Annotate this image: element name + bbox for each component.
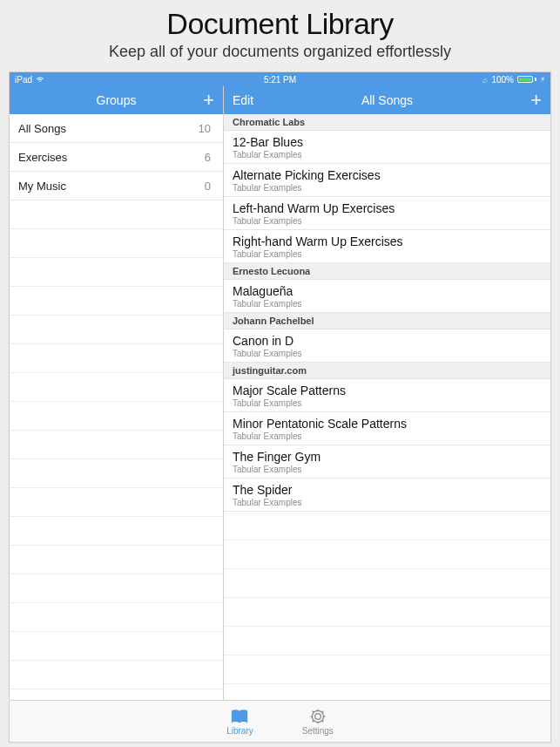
tab-bar: Library Settings xyxy=(10,700,550,742)
empty-row xyxy=(224,655,550,684)
empty-row xyxy=(224,627,550,655)
empty-row xyxy=(224,512,550,540)
charging-icon: ⚡︎ xyxy=(540,75,545,84)
edit-button[interactable]: Edit xyxy=(233,86,253,114)
page-subtitle: Keep all of your documents organized eff… xyxy=(0,43,560,61)
song-title: The Spider xyxy=(233,483,542,497)
group-row[interactable]: My Music0 xyxy=(10,172,223,200)
song-title: Right-hand Warm Up Exercises xyxy=(233,234,542,248)
song-subtitle: Tabular Examples xyxy=(233,299,542,309)
empty-row xyxy=(224,540,550,569)
carrier-label: iPad xyxy=(15,75,32,85)
book-icon xyxy=(230,708,249,725)
empty-row xyxy=(10,373,223,402)
sidebar-title: Groups xyxy=(97,93,137,107)
sidebar-navbar: Groups + xyxy=(10,86,223,114)
empty-row xyxy=(10,229,223,258)
song-title: Left-hand Warm Up Exercises xyxy=(233,201,542,215)
song-subtitle: Tabular Examples xyxy=(233,349,542,358)
empty-row xyxy=(10,574,223,603)
tab-library[interactable]: Library xyxy=(226,708,253,736)
song-row[interactable]: Major Scale PatternsTabular Examples xyxy=(224,379,550,412)
group-list: All Songs10Exercises6My Music0 xyxy=(10,114,223,700)
tab-settings-label: Settings xyxy=(302,726,334,736)
sidebar: Groups + All Songs10Exercises6My Music0 xyxy=(10,86,224,700)
empty-row xyxy=(10,402,223,431)
gear-icon xyxy=(308,708,327,725)
song-row[interactable]: Minor Pentatonic Scale PatternsTabular E… xyxy=(224,412,550,445)
tab-settings[interactable]: Settings xyxy=(302,708,334,736)
song-subtitle: Tabular Examples xyxy=(233,183,542,193)
song-row[interactable]: Alternate Picking ExercisesTabular Examp… xyxy=(224,164,550,197)
section-header: justinguitar.com xyxy=(224,363,550,379)
clock-label: 5:21 PM xyxy=(264,75,296,85)
empty-row xyxy=(10,344,223,373)
song-subtitle: Tabular Examples xyxy=(233,465,542,474)
group-count: 10 xyxy=(199,122,211,135)
empty-row xyxy=(10,632,223,661)
song-row[interactable]: The SpiderTabular Examples xyxy=(224,479,550,512)
song-row[interactable]: 12-Bar BluesTabular Examples xyxy=(224,131,550,164)
song-subtitle: Tabular Examples xyxy=(233,249,542,259)
empty-row xyxy=(10,661,223,689)
group-count: 0 xyxy=(205,180,211,193)
song-title: Canon in D xyxy=(233,334,542,348)
song-row[interactable]: MalagueñaTabular Examples xyxy=(224,280,550,313)
main-title: All Songs xyxy=(361,93,413,107)
device-frame: iPad 5:21 PM ⌕ 100% ⚡︎ Groups + All Song… xyxy=(9,71,551,743)
empty-row xyxy=(10,316,223,344)
empty-row xyxy=(10,603,223,632)
group-label: All Songs xyxy=(18,122,66,135)
song-row[interactable]: Canon in DTabular Examples xyxy=(224,329,550,363)
add-song-button[interactable]: + xyxy=(530,86,542,114)
empty-row xyxy=(10,258,223,287)
status-bar: iPad 5:21 PM ⌕ 100% ⚡︎ xyxy=(10,72,550,86)
empty-row xyxy=(10,517,223,546)
empty-row xyxy=(224,598,550,627)
empty-row xyxy=(224,684,550,700)
svg-point-0 xyxy=(314,713,320,719)
add-group-button[interactable]: + xyxy=(203,86,214,114)
song-title: Minor Pentatonic Scale Patterns xyxy=(233,417,542,431)
song-title: 12-Bar Blues xyxy=(233,135,542,149)
section-header: Ernesto Lecuona xyxy=(224,263,550,280)
main-navbar: Edit All Songs + xyxy=(224,86,550,114)
empty-row xyxy=(10,488,223,517)
empty-row xyxy=(10,459,223,488)
song-title: Alternate Picking Exercises xyxy=(233,168,542,182)
section-header: Chromatic Labs xyxy=(224,114,550,131)
song-subtitle: Tabular Examples xyxy=(233,398,542,408)
wifi-icon xyxy=(36,76,44,83)
group-row[interactable]: Exercises6 xyxy=(10,143,223,172)
group-label: My Music xyxy=(18,180,66,193)
empty-row xyxy=(224,569,550,598)
song-title: Major Scale Patterns xyxy=(233,384,542,397)
empty-row xyxy=(10,287,223,316)
group-row[interactable]: All Songs10 xyxy=(10,114,223,143)
song-title: The Finger Gym xyxy=(233,450,542,464)
page-title: Document Library xyxy=(0,7,560,41)
page-header: Document Library Keep all of your docume… xyxy=(0,0,560,66)
tab-library-label: Library xyxy=(226,726,253,736)
song-subtitle: Tabular Examples xyxy=(233,431,542,441)
empty-row xyxy=(10,689,223,700)
empty-row xyxy=(10,431,223,459)
song-row[interactable]: The Finger GymTabular Examples xyxy=(224,445,550,479)
song-row[interactable]: Left-hand Warm Up ExercisesTabular Examp… xyxy=(224,197,550,230)
song-subtitle: Tabular Examples xyxy=(233,216,542,226)
section-header: Johann Pachelbel xyxy=(224,313,550,329)
empty-row xyxy=(10,546,223,574)
main-pane: Edit All Songs + Chromatic Labs12-Bar Bl… xyxy=(224,86,550,700)
song-title: Malagueña xyxy=(233,284,542,298)
battery-pct: 100% xyxy=(491,75,514,85)
battery-icon xyxy=(517,76,536,83)
group-label: Exercises xyxy=(18,151,67,164)
song-list: Chromatic Labs12-Bar BluesTabular Exampl… xyxy=(224,114,550,700)
song-row[interactable]: Right-hand Warm Up ExercisesTabular Exam… xyxy=(224,230,550,263)
song-subtitle: Tabular Examples xyxy=(233,150,542,160)
song-subtitle: Tabular Examples xyxy=(233,498,542,507)
empty-row xyxy=(10,200,223,229)
group-count: 6 xyxy=(205,151,211,164)
bluetooth-icon: ⌕ xyxy=(482,75,488,85)
